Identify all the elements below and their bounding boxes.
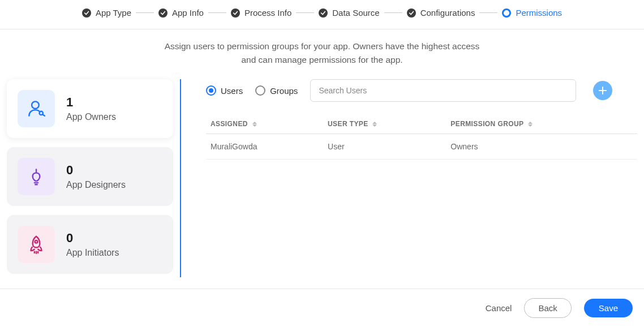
cell-user-type: User bbox=[323, 134, 446, 160]
add-user-button[interactable] bbox=[593, 81, 612, 100]
table-row[interactable]: MuraliGowda User Owners bbox=[206, 134, 637, 160]
radio-mark-icon bbox=[206, 85, 216, 96]
col-permission-group[interactable]: PERMISSION GROUP bbox=[446, 114, 637, 134]
ring-icon bbox=[502, 8, 511, 18]
step-connector bbox=[384, 12, 402, 13]
step-configurations[interactable]: Configurations bbox=[407, 8, 475, 18]
step-label: App Info bbox=[172, 8, 204, 18]
col-user-type[interactable]: USER TYPE bbox=[323, 114, 446, 134]
step-label: App Type bbox=[96, 8, 131, 18]
col-user-type-label: USER TYPE bbox=[328, 120, 368, 128]
plus-icon bbox=[598, 86, 607, 95]
step-connector bbox=[479, 12, 497, 13]
card-app-initiators[interactable]: 0 App Initiators bbox=[7, 215, 173, 274]
intro-line1: Assign users to permission groups for yo… bbox=[0, 40, 644, 53]
permissions-pane: Users Groups ASSIGNED USER TYPE bbox=[181, 79, 637, 277]
step-data-source[interactable]: Data Source bbox=[319, 8, 379, 18]
check-icon bbox=[407, 8, 416, 18]
save-button[interactable]: Save bbox=[584, 299, 633, 317]
owners-icon bbox=[18, 90, 55, 127]
main: 1 App Owners 0 App Designers bbox=[0, 79, 644, 277]
check-icon bbox=[82, 8, 91, 18]
initiators-icon bbox=[18, 226, 55, 263]
cell-permission-group: Owners bbox=[446, 134, 637, 160]
designers-icon bbox=[18, 158, 55, 195]
intro-line2: and can manage permissions for the app. bbox=[0, 53, 644, 67]
col-permission-group-label: PERMISSION GROUP bbox=[450, 120, 523, 128]
check-icon bbox=[231, 8, 240, 18]
step-connector bbox=[296, 12, 314, 13]
designers-label: App Designers bbox=[66, 180, 126, 190]
sort-icon bbox=[528, 122, 533, 127]
step-label: Configurations bbox=[420, 8, 475, 18]
radio-groups[interactable]: Groups bbox=[255, 85, 298, 96]
sort-icon bbox=[372, 122, 377, 127]
step-label: Data Source bbox=[332, 8, 379, 18]
radio-users[interactable]: Users bbox=[206, 85, 243, 96]
step-permissions[interactable]: Permissions bbox=[502, 8, 562, 18]
step-process-info[interactable]: Process Info bbox=[231, 8, 291, 18]
cancel-button[interactable]: Cancel bbox=[486, 303, 512, 313]
col-assigned-label: ASSIGNED bbox=[211, 120, 248, 128]
step-label: Process Info bbox=[244, 8, 291, 18]
card-app-designers[interactable]: 0 App Designers bbox=[7, 147, 173, 206]
card-app-owners[interactable]: 1 App Owners bbox=[7, 79, 173, 138]
stepper: App Type App Info Process Info Data Sour… bbox=[0, 0, 644, 29]
sort-icon bbox=[252, 122, 257, 127]
col-assigned[interactable]: ASSIGNED bbox=[206, 114, 323, 134]
cell-assigned: MuraliGowda bbox=[206, 134, 323, 160]
check-icon bbox=[158, 8, 168, 18]
step-connector bbox=[208, 12, 226, 13]
pane-controls: Users Groups bbox=[206, 79, 637, 102]
check-icon bbox=[319, 8, 328, 18]
step-connector bbox=[136, 12, 154, 13]
back-button[interactable]: Back bbox=[524, 298, 571, 318]
initiators-count: 0 bbox=[66, 231, 119, 246]
owners-count: 1 bbox=[66, 95, 116, 110]
svg-point-0 bbox=[32, 101, 39, 109]
permission-group-sidebar: 1 App Owners 0 App Designers bbox=[7, 79, 181, 277]
svg-point-2 bbox=[35, 240, 38, 243]
step-app-info[interactable]: App Info bbox=[158, 8, 204, 18]
radio-groups-label: Groups bbox=[270, 86, 298, 96]
radio-mark-icon bbox=[255, 85, 265, 96]
initiators-label: App Initiators bbox=[66, 248, 119, 258]
designers-count: 0 bbox=[66, 163, 126, 178]
radio-users-label: Users bbox=[221, 86, 243, 96]
step-label: Permissions bbox=[516, 8, 562, 18]
permissions-table: ASSIGNED USER TYPE PERMISSION GROUP Mura bbox=[206, 114, 637, 160]
owners-label: App Owners bbox=[66, 112, 116, 122]
intro-text: Assign users to permission groups for yo… bbox=[0, 29, 644, 79]
step-app-type[interactable]: App Type bbox=[82, 8, 131, 18]
footer: Cancel Back Save bbox=[0, 289, 644, 327]
search-input[interactable] bbox=[310, 79, 576, 102]
